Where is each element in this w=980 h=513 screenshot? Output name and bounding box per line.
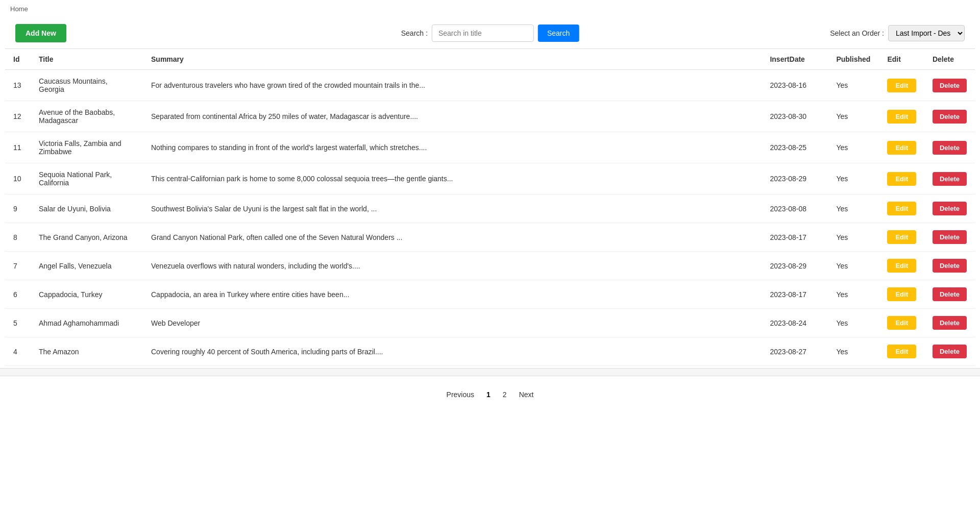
cell-title: Angel Falls, Venezuela [31, 252, 143, 280]
delete-button[interactable]: Delete [933, 141, 967, 155]
cell-edit: Edit [879, 252, 924, 280]
horizontal-scrollbar[interactable] [0, 368, 980, 376]
next-button[interactable]: Next [515, 388, 538, 401]
cell-delete: Delete [924, 101, 975, 132]
search-input[interactable] [432, 25, 534, 42]
table-row: 5 Ahmad Aghamohammadi Web Developer 2023… [5, 309, 975, 337]
delete-button[interactable]: Delete [933, 316, 967, 330]
cell-date: 2023-08-29 [762, 252, 828, 280]
cell-title: The Amazon [31, 337, 143, 366]
delete-button[interactable]: Delete [933, 230, 967, 244]
col-header-date: InsertDate [762, 49, 828, 70]
pagination: Previous 1 2 Next [0, 378, 980, 411]
delete-button[interactable]: Delete [933, 287, 967, 301]
cell-edit: Edit [879, 337, 924, 366]
previous-button[interactable]: Previous [443, 388, 478, 401]
cell-date: 2023-08-08 [762, 194, 828, 223]
cell-title: Avenue of the Baobabs, Madagascar [31, 101, 143, 132]
cell-date: 2023-08-17 [762, 223, 828, 252]
edit-button[interactable]: Edit [887, 172, 916, 186]
edit-button[interactable]: Edit [887, 79, 916, 92]
cell-delete: Delete [924, 252, 975, 280]
cell-edit: Edit [879, 70, 924, 101]
edit-button[interactable]: Edit [887, 345, 916, 358]
cell-title: Cappadocia, Turkey [31, 280, 143, 309]
cell-published: Yes [828, 309, 879, 337]
edit-button[interactable]: Edit [887, 110, 916, 124]
cell-summary: For adventurous travelers who have grown… [143, 70, 762, 101]
edit-button[interactable]: Edit [887, 287, 916, 301]
search-area: Search : Search [401, 25, 579, 42]
table-row: 4 The Amazon Covering roughly 40 percent… [5, 337, 975, 366]
cell-delete: Delete [924, 163, 975, 194]
cell-date: 2023-08-29 [762, 163, 828, 194]
cell-id: 11 [5, 132, 31, 163]
breadcrumb: Home [0, 0, 980, 18]
col-header-delete: Delete [924, 49, 975, 70]
col-header-summary: Summary [143, 49, 762, 70]
cell-summary: This central-Californian park is home to… [143, 163, 762, 194]
edit-button[interactable]: Edit [887, 230, 916, 244]
table-row: 8 The Grand Canyon, Arizona Grand Canyon… [5, 223, 975, 252]
cell-id: 13 [5, 70, 31, 101]
search-button[interactable]: Search [538, 25, 579, 42]
order-select[interactable]: Last Import - Des Last Import - Asc Titl… [888, 25, 965, 41]
cell-title: Salar de Uyuni, Bolivia [31, 194, 143, 223]
cell-id: 12 [5, 101, 31, 132]
breadcrumb-home[interactable]: Home [0, 0, 38, 18]
edit-button[interactable]: Edit [887, 316, 916, 330]
table-row: 9 Salar de Uyuni, Bolivia Southwest Boli… [5, 194, 975, 223]
cell-summary: Covering roughly 40 percent of South Ame… [143, 337, 762, 366]
cell-id: 6 [5, 280, 31, 309]
table-row: 6 Cappadocia, Turkey Cappadocia, an area… [5, 280, 975, 309]
page-2-button[interactable]: 2 [499, 388, 511, 401]
cell-id: 10 [5, 163, 31, 194]
col-header-title: Title [31, 49, 143, 70]
search-label: Search : [401, 29, 428, 37]
col-header-id: Id [5, 49, 31, 70]
cell-date: 2023-08-27 [762, 337, 828, 366]
cell-date: 2023-08-24 [762, 309, 828, 337]
cell-summary: Nothing compares to standing in front of… [143, 132, 762, 163]
cell-title: Caucasus Mountains, Georgia [31, 70, 143, 101]
page-1-button[interactable]: 1 [482, 388, 495, 401]
delete-button[interactable]: Delete [933, 259, 967, 273]
delete-button[interactable]: Delete [933, 345, 967, 358]
cell-published: Yes [828, 337, 879, 366]
edit-button[interactable]: Edit [887, 141, 916, 155]
cell-delete: Delete [924, 309, 975, 337]
delete-button[interactable]: Delete [933, 79, 967, 92]
cell-edit: Edit [879, 101, 924, 132]
table-row: 13 Caucasus Mountains, Georgia For adven… [5, 70, 975, 101]
cell-published: Yes [828, 163, 879, 194]
add-new-button[interactable]: Add New [15, 24, 66, 42]
cell-delete: Delete [924, 223, 975, 252]
cell-published: Yes [828, 132, 879, 163]
edit-button[interactable]: Edit [887, 259, 916, 273]
cell-published: Yes [828, 252, 879, 280]
cell-id: 8 [5, 223, 31, 252]
delete-button[interactable]: Delete [933, 110, 967, 124]
table-row: 12 Avenue of the Baobabs, Madagascar Sep… [5, 101, 975, 132]
table-row: 7 Angel Falls, Venezuela Venezuela overf… [5, 252, 975, 280]
delete-button[interactable]: Delete [933, 202, 967, 215]
cell-edit: Edit [879, 132, 924, 163]
cell-delete: Delete [924, 280, 975, 309]
cell-id: 7 [5, 252, 31, 280]
cell-date: 2023-08-17 [762, 280, 828, 309]
cell-delete: Delete [924, 337, 975, 366]
cell-title: The Grand Canyon, Arizona [31, 223, 143, 252]
cell-title: Victoria Falls, Zambia and Zimbabwe [31, 132, 143, 163]
delete-button[interactable]: Delete [933, 172, 967, 186]
cell-published: Yes [828, 70, 879, 101]
cell-summary: Grand Canyon National Park, often called… [143, 223, 762, 252]
cell-date: 2023-08-30 [762, 101, 828, 132]
cell-published: Yes [828, 223, 879, 252]
edit-button[interactable]: Edit [887, 202, 916, 215]
table-wrapper: Id Title Summary InsertDate Published Ed… [0, 48, 980, 366]
cell-delete: Delete [924, 194, 975, 223]
cell-edit: Edit [879, 309, 924, 337]
order-label: Select an Order : [830, 29, 884, 37]
cell-edit: Edit [879, 280, 924, 309]
cell-title: Sequoia National Park, California [31, 163, 143, 194]
